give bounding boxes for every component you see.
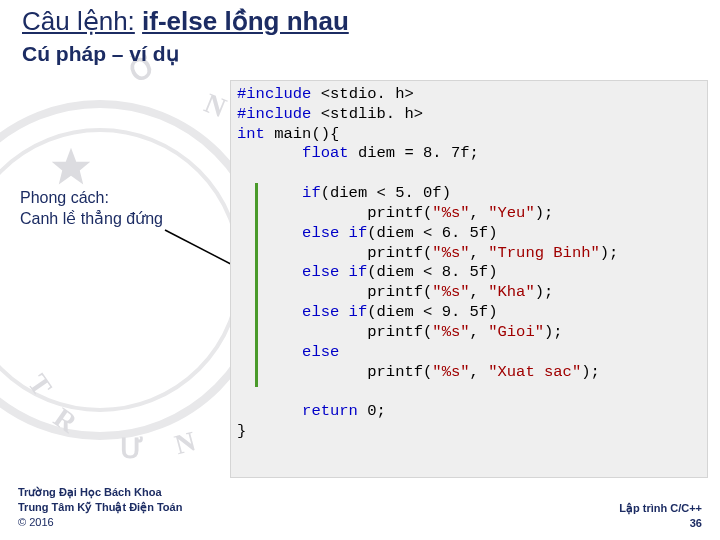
watermark-letter: Ư	[120, 432, 146, 465]
slide-subtitle: Cú pháp – ví dụ	[22, 42, 179, 66]
footer-left: Trường Đại Học Bách Khoa Trung Tâm Kỹ Th…	[18, 485, 182, 530]
style-note: Phong cách: Canh lề thẳng đứng	[20, 188, 163, 230]
note-line2: Canh lề thẳng đứng	[20, 209, 163, 230]
svg-marker-0	[52, 148, 91, 185]
footer-right: Lập trình C/C++ 36	[619, 501, 702, 530]
title-main: if-else lồng nhau	[142, 6, 349, 36]
slide-title: Câu lệnh: if-else lồng nhau	[22, 6, 349, 37]
star-icon	[50, 146, 92, 188]
alignment-bar	[255, 183, 258, 387]
title-prefix: Câu lệnh:	[22, 6, 135, 36]
footer-course: Lập trình C/C++	[619, 501, 702, 515]
footer-center: Trung Tâm Kỹ Thuật Điện Toán	[18, 500, 182, 515]
footer-school: Trường Đại Học Bách Khoa	[18, 485, 182, 500]
code-block: #include <stdio. h> #include <stdlib. h>…	[230, 80, 708, 478]
slide-container: Ờ N G T R Ư N Câu lệnh: if-else lồng nha…	[0, 0, 720, 540]
watermark-letter: N	[200, 87, 233, 125]
note-line1: Phong cách:	[20, 188, 163, 209]
watermark-letter: N	[171, 425, 201, 462]
footer-page: 36	[619, 516, 702, 530]
footer-copyright: © 2016	[18, 515, 182, 530]
